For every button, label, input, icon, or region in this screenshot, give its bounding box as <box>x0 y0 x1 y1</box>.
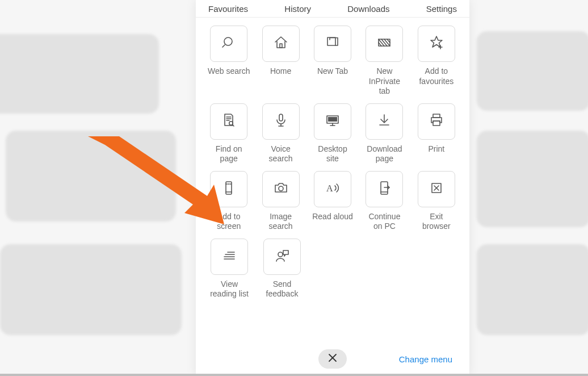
tile-home[interactable]: Home <box>255 26 305 97</box>
tile-exit-browser[interactable]: Exit browser <box>411 171 461 232</box>
tile-label: View reading list <box>210 279 249 299</box>
tile-send-feedback[interactable]: Send feedback <box>257 239 308 299</box>
feedback-icon <box>274 247 291 266</box>
mic-icon <box>272 112 289 131</box>
tile-label: Exit browser <box>422 212 451 232</box>
svg-point-0 <box>224 37 232 45</box>
continue-pc-icon <box>376 179 393 199</box>
bottom-border <box>0 374 588 376</box>
tile-label: Find on page <box>216 144 242 164</box>
change-menu-link[interactable]: Change menu <box>399 354 452 364</box>
tile-web-search[interactable]: Web search <box>204 26 254 97</box>
tab-history[interactable]: History <box>284 4 311 14</box>
tile-view-reading-list[interactable]: View reading list <box>204 239 255 299</box>
tile-download-page[interactable]: Download page <box>359 103 409 164</box>
tab-settings[interactable]: Settings <box>426 4 457 14</box>
tile-label: Desktop site <box>318 144 347 164</box>
tab-favourites[interactable]: Favourites <box>208 4 248 14</box>
tile-label: Voice search <box>269 144 293 164</box>
menu-panel: Favourites History Downloads Settings We… <box>196 0 469 376</box>
menu-row-1: Web search Home New Tab New InPrivate ta… <box>204 26 461 97</box>
svg-rect-21 <box>328 117 337 122</box>
tile-label: Print <box>428 144 444 156</box>
tile-label: Add to screen <box>217 212 241 232</box>
svg-rect-26 <box>433 114 440 118</box>
svg-rect-2 <box>280 44 282 48</box>
tile-desktop-site[interactable]: Desktop site <box>308 103 358 164</box>
menu-footer: Change menu <box>196 346 469 371</box>
tab-downloads[interactable]: Downloads <box>347 4 389 14</box>
tile-label: Image search <box>269 212 293 232</box>
tile-label: New InPrivate tab <box>369 66 400 97</box>
tile-label: Send feedback <box>266 279 299 299</box>
menu-row-4: View reading list Send feedback <box>204 239 461 299</box>
svg-line-5 <box>379 39 384 46</box>
find-icon <box>220 112 237 131</box>
tile-print[interactable]: Print <box>411 103 461 164</box>
read-aloud-icon: A <box>324 179 341 199</box>
menu-row-3: Add to screen Image search A Read aloud … <box>204 171 461 232</box>
tile-label: New Tab <box>317 66 348 78</box>
svg-line-1 <box>222 45 225 47</box>
download-icon <box>376 112 393 131</box>
print-icon <box>428 112 445 131</box>
camera-icon <box>272 179 289 199</box>
svg-text:A: A <box>326 183 333 193</box>
inprivate-icon <box>376 34 393 53</box>
tile-new-tab[interactable]: New Tab <box>308 26 358 97</box>
star-plus-icon <box>428 34 445 53</box>
tile-label: Continue on PC <box>368 212 400 232</box>
menu-tabs: Favourites History Downloads Settings <box>196 0 469 18</box>
svg-point-43 <box>278 252 283 257</box>
menu-grid: Web search Home New Tab New InPrivate ta… <box>196 22 469 299</box>
home-icon <box>272 34 289 53</box>
svg-rect-27 <box>433 121 440 126</box>
tile-new-inprivate[interactable]: New InPrivate tab <box>359 26 409 97</box>
exit-icon <box>428 179 445 199</box>
tile-find-on-page[interactable]: Find on page <box>204 103 254 164</box>
new-tab-icon <box>324 34 341 53</box>
close-icon <box>328 353 337 365</box>
phone-icon <box>220 179 237 199</box>
svg-line-7 <box>384 39 390 46</box>
svg-line-6 <box>381 39 387 46</box>
tile-continue-pc[interactable]: Continue on PC <box>359 171 409 232</box>
tile-label: Web search <box>208 66 250 78</box>
tile-image-search[interactable]: Image search <box>255 171 305 232</box>
tile-voice-search[interactable]: Voice search <box>255 103 305 164</box>
tile-read-aloud[interactable]: A Read aloud <box>308 171 358 232</box>
svg-point-31 <box>279 186 283 191</box>
menu-row-2: Find on page Voice search Desktop site D… <box>204 103 461 164</box>
tile-add-favourites[interactable]: Add to favourites <box>411 26 461 97</box>
tile-label: Home <box>270 66 291 78</box>
tile-add-to-screen[interactable]: Add to screen <box>204 171 254 232</box>
reading-list-icon <box>221 247 238 266</box>
svg-rect-3 <box>327 37 335 45</box>
tile-label: Download page <box>367 144 402 164</box>
svg-rect-17 <box>279 114 283 121</box>
desktop-icon <box>324 112 341 131</box>
tile-label: Read aloud <box>312 212 353 223</box>
close-button[interactable] <box>318 349 347 369</box>
tile-label: Add to favourites <box>419 66 453 86</box>
search-icon <box>220 34 237 53</box>
